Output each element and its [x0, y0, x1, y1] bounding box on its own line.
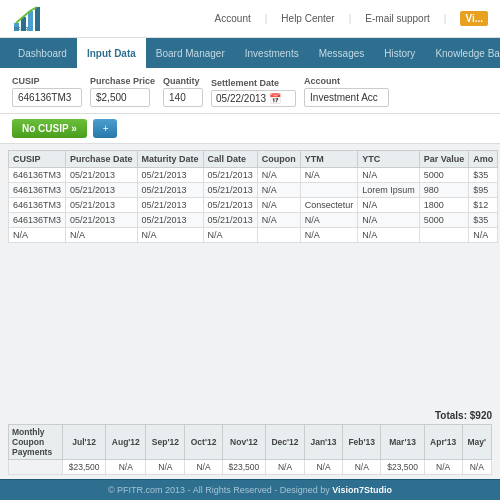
table-cell: 646136TM3 [9, 168, 66, 183]
help-center-link[interactable]: Help Center [281, 13, 334, 24]
input-form-section: CUSIP Purchase Price Quantity Settlement… [0, 68, 500, 114]
settlement-date-group: Settlement Date 05/22/2013 📅 [211, 78, 296, 107]
purchase-price-input[interactable] [90, 88, 150, 107]
tab-investments[interactable]: Investments [235, 38, 309, 68]
add-button[interactable]: + [93, 119, 117, 138]
table-cell: N/A [358, 228, 420, 243]
monthly-table: Monthly Coupon PaymentsJul'12Aug'12Sep'1… [8, 424, 492, 475]
no-cusip-button[interactable]: No CUSIP » [12, 119, 87, 138]
monthly-col-header: Sep'12 [146, 425, 185, 460]
monthly-value-cell: N/A [266, 460, 305, 475]
table-cell: 05/21/2013 [66, 168, 138, 183]
footer: © PFITR.com 2013 - All Rights Reserved -… [0, 479, 500, 500]
cusip-group: CUSIP [12, 76, 82, 107]
table-cell [257, 228, 300, 243]
table-cell: N/A [300, 228, 358, 243]
nav-tabs: Dashboard Input Data Board Manager Inves… [0, 38, 500, 68]
table-header-row: CUSIP Purchase Date Maturity Date Call D… [9, 151, 498, 168]
tab-board-manager[interactable]: Board Manager [146, 38, 235, 68]
tab-history[interactable]: History [374, 38, 425, 68]
settlement-date-wrapper[interactable]: 05/22/2013 📅 [211, 90, 296, 107]
monthly-value-cell: $23,500 [63, 460, 106, 475]
svg-rect-3 [35, 7, 40, 31]
data-table: CUSIP Purchase Date Maturity Date Call D… [8, 150, 498, 243]
account-group: Account [304, 76, 389, 107]
tab-messages[interactable]: Messages [309, 38, 375, 68]
cusip-label: CUSIP [12, 76, 82, 86]
table-cell: Consectetur [300, 198, 358, 213]
data-table-section: CUSIP Purchase Date Maturity Date Call D… [0, 144, 500, 407]
svg-rect-2 [28, 11, 33, 31]
app-wrapper: PFITR Account | Help Center | E-mail sup… [0, 0, 500, 500]
table-cell: N/A [203, 228, 257, 243]
table-cell: N/A [358, 213, 420, 228]
table-cell: 05/21/2013 [203, 213, 257, 228]
monthly-value-cell: N/A [424, 460, 462, 475]
table-cell: Lorem Ipsum [358, 183, 420, 198]
tab-dashboard[interactable]: Dashboard [8, 38, 77, 68]
monthly-section: Monthly Coupon PaymentsJul'12Aug'12Sep'1… [0, 424, 500, 479]
button-row: No CUSIP » + [0, 114, 500, 144]
monthly-col-header: Dec'12 [266, 425, 305, 460]
account-label: Account [304, 76, 389, 86]
col-call-date: Call Date [203, 151, 257, 168]
table-cell: 05/21/2013 [137, 198, 203, 213]
table-cell: 05/21/2013 [203, 198, 257, 213]
table-cell: N/A [257, 198, 300, 213]
content-area: CUSIP Purchase Price Quantity Settlement… [0, 68, 500, 479]
monthly-value-cell: $23,500 [222, 460, 265, 475]
tab-knowledge-base[interactable]: Knowledge Base [425, 38, 500, 68]
cusip-input[interactable] [12, 88, 82, 107]
monthly-value-cell: N/A [185, 460, 222, 475]
table-cell: N/A [9, 228, 66, 243]
table-cell: $12 [469, 198, 498, 213]
settlement-date-value: 05/22/2013 [216, 93, 266, 104]
table-cell: 05/21/2013 [137, 213, 203, 228]
monthly-label-cell [9, 460, 63, 475]
header: PFITR Account | Help Center | E-mail sup… [0, 0, 500, 38]
col-purchase-date: Purchase Date [66, 151, 138, 168]
table-row: N/AN/AN/AN/AN/AN/AN/A [9, 228, 498, 243]
monthly-value-cell: $23,500 [381, 460, 424, 475]
monthly-col-header: May' [462, 425, 491, 460]
table-cell: 646136TM3 [9, 183, 66, 198]
logo-icon: PFITR [12, 5, 44, 33]
col-ytm: YTM [300, 151, 358, 168]
table-cell: 646136TM3 [9, 198, 66, 213]
quantity-input[interactable] [163, 88, 203, 107]
monthly-col-header: Jul'12 [63, 425, 106, 460]
tab-input-data[interactable]: Input Data [77, 38, 146, 68]
table-cell: N/A [300, 168, 358, 183]
calendar-icon[interactable]: 📅 [269, 93, 281, 104]
monthly-col-header: Aug'12 [106, 425, 146, 460]
account-input[interactable] [304, 88, 389, 107]
table-cell: 05/21/2013 [203, 183, 257, 198]
table-cell: 05/21/2013 [137, 183, 203, 198]
email-support-link[interactable]: E-mail support [365, 13, 429, 24]
monthly-value-cell: N/A [462, 460, 491, 475]
table-cell: N/A [358, 168, 420, 183]
table-cell: N/A [257, 213, 300, 228]
purchase-price-label: Purchase Price [90, 76, 155, 86]
table-cell: $35 [469, 213, 498, 228]
monthly-col-header: Apr'13 [424, 425, 462, 460]
quantity-label: Quantity [163, 76, 203, 86]
visor-logo: Vi... [460, 11, 488, 26]
monthly-value-cell: N/A [342, 460, 380, 475]
table-cell: 5000 [419, 213, 469, 228]
table-cell: N/A [358, 198, 420, 213]
table-cell: 5000 [419, 168, 469, 183]
monthly-col-header: Mar'13 [381, 425, 424, 460]
col-maturity-date: Maturity Date [137, 151, 203, 168]
table-cell: 980 [419, 183, 469, 198]
table-cell: $35 [469, 168, 498, 183]
table-cell: N/A [257, 183, 300, 198]
table-cell: 05/21/2013 [66, 183, 138, 198]
monthly-col-header: Jan'13 [305, 425, 343, 460]
logo-area: PFITR [12, 5, 44, 33]
table-cell: 05/21/2013 [137, 168, 203, 183]
table-cell: N/A [257, 168, 300, 183]
footer-brand: Vision7Studio [332, 485, 392, 495]
table-cell: 646136TM3 [9, 213, 66, 228]
account-link[interactable]: Account [215, 13, 251, 24]
